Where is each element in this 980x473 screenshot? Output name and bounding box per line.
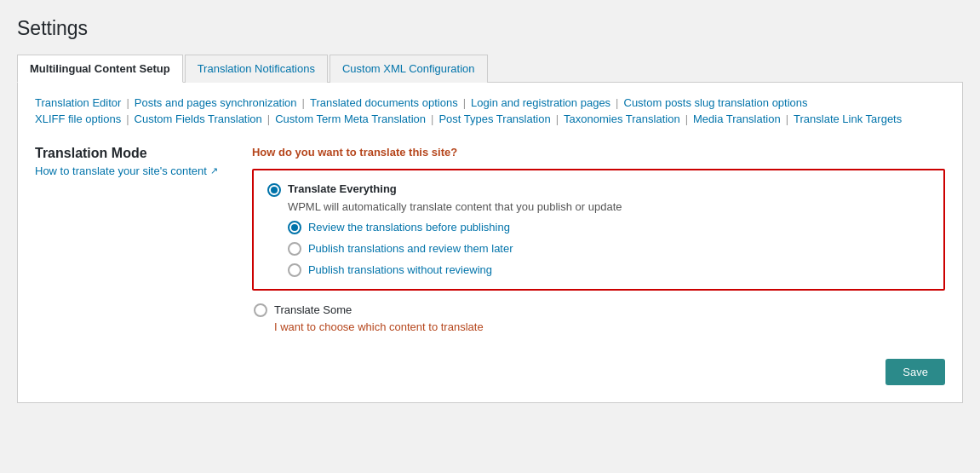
radio-no-review[interactable] (288, 263, 301, 277)
footer-row: Save (252, 359, 945, 385)
sub-option-no-review: Publish translations without reviewing (288, 262, 930, 277)
sub-option-publish-later: Publish translations and review them lat… (288, 241, 930, 256)
tabs-bar: Multilingual Content Setup Translation N… (17, 54, 963, 83)
nav-link-custom-fields[interactable]: Custom Fields Translation (135, 112, 262, 125)
external-link-icon: ↗ (210, 165, 218, 176)
radio-translate-some[interactable] (254, 303, 267, 317)
translate-some-section: Translate Some I want to choose which co… (252, 303, 945, 333)
nav-link-posts-sync[interactable]: Posts and pages synchronization (135, 96, 297, 109)
nav-link-media[interactable]: Media Translation (693, 112, 781, 125)
section-help-link[interactable]: How to translate your site's content ↗ (35, 164, 218, 177)
sub-option-publish-later-label: Publish translations and review them lat… (308, 242, 513, 255)
nav-link-taxonomies[interactable]: Taxonomies Translation (564, 112, 680, 125)
tab-xml[interactable]: Custom XML Configuration (330, 55, 488, 83)
nav-link-login-reg[interactable]: Login and registration pages (471, 96, 610, 109)
section-label-col: Translation Mode How to translate your s… (35, 146, 218, 385)
translate-everything-box: Translate Everything WPML will automatic… (252, 169, 945, 291)
nav-link-translate-link-targets[interactable]: Translate Link Targets (794, 112, 902, 125)
section-content-col: How do you want to translate this site? … (252, 146, 945, 385)
question-label: How do you want to translate this site? (252, 146, 945, 159)
nav-row-1: Translation Editor | Posts and pages syn… (35, 96, 945, 109)
radio-publish-later[interactable] (288, 242, 301, 256)
translate-some-label: Translate Some (274, 303, 352, 316)
translate-everything-row: Translate Everything (267, 182, 930, 197)
nav-link-custom-term-meta[interactable]: Custom Term Meta Translation (275, 112, 426, 125)
translate-some-desc: I want to choose which content to transl… (274, 320, 945, 333)
main-section: Translation Mode How to translate your s… (35, 146, 945, 385)
save-button[interactable]: Save (885, 359, 945, 385)
tab-notifications[interactable]: Translation Notifications (185, 55, 328, 83)
page-title: Settings (17, 17, 963, 40)
radio-translate-everything[interactable] (267, 183, 281, 197)
sub-option-review: Review the translations before publishin… (288, 220, 930, 234)
nav-link-translation-editor[interactable]: Translation Editor (35, 96, 121, 109)
translate-everything-desc: WPML will automatically translate conten… (288, 200, 930, 213)
sub-option-no-review-label: Publish translations without reviewing (308, 263, 492, 276)
translate-everything-label: Translate Everything (288, 182, 397, 195)
radio-review-before[interactable] (288, 221, 301, 234)
content-panel: Translation Editor | Posts and pages syn… (17, 83, 963, 403)
nav-row-2: XLIFF file options | Custom Fields Trans… (35, 112, 945, 125)
nav-link-xliff[interactable]: XLIFF file options (35, 112, 121, 125)
translate-some-main: Translate Some (254, 303, 945, 317)
nav-link-custom-posts-slug[interactable]: Custom posts slug translation options (624, 96, 808, 109)
tab-multilingual[interactable]: Multilingual Content Setup (17, 55, 183, 83)
sub-options: Review the translations before publishin… (288, 220, 930, 277)
nav-link-post-types[interactable]: Post Types Translation (438, 112, 550, 125)
section-title: Translation Mode (35, 146, 218, 161)
nav-link-translated-docs[interactable]: Translated documents options (310, 96, 458, 109)
sub-option-review-label: Review the translations before publishin… (308, 221, 510, 234)
